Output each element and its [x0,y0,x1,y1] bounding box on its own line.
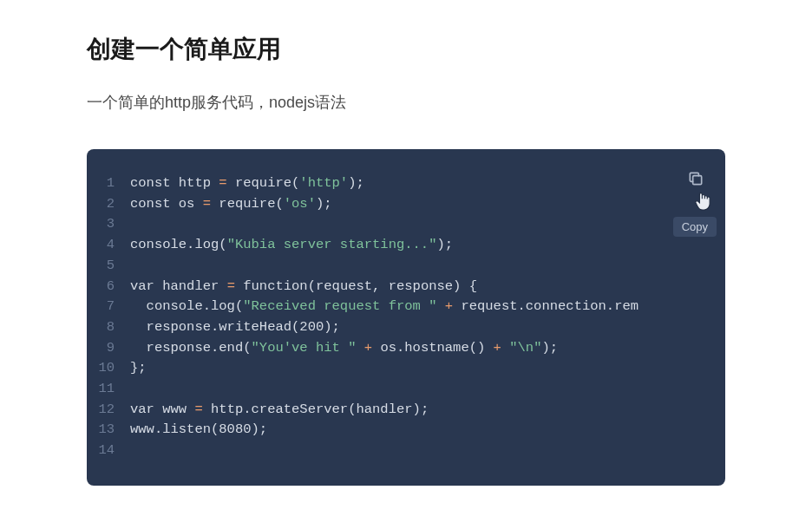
code-line: 2const os = require('os'); [87,194,725,215]
line-content: const os = require('os'); [130,194,725,215]
code-line: 14 [87,441,725,461]
code-block: 1const http = require('http');2const os … [87,149,725,486]
page-description: 一个简单的http服务代码，nodejs语法 [87,92,725,113]
line-content: response.end("You've hit " + os.hostname… [130,338,725,359]
line-content: console.log("Received request from " + r… [130,297,725,317]
code-line: 8 response.writeHead(200); [87,317,725,338]
line-number: 12 [87,400,130,421]
line-content [130,379,725,400]
line-content: }; [130,358,725,379]
copy-tooltip: Copy [673,217,717,237]
copy-icon [687,175,704,190]
line-number: 6 [87,277,130,297]
line-content: console.log("Kubia server starting..."); [130,235,725,256]
code-line: 10}; [87,358,725,379]
code-line: 1const http = require('http'); [87,173,725,194]
code-line: 5 [87,256,725,277]
code-line: 4console.log("Kubia server starting...")… [87,235,725,256]
cursor-pointer-icon [694,191,713,212]
copy-wrap [687,170,704,187]
line-number: 3 [87,214,130,235]
line-content [130,214,725,235]
line-content: var www = http.createServer(handler); [130,400,725,421]
code-line: 3 [87,214,725,235]
line-content: response.writeHead(200); [130,317,725,338]
code-line: 11 [87,379,725,400]
code-content: 1const http = require('http');2const os … [87,173,725,461]
line-content [130,441,725,461]
line-number: 9 [87,338,130,359]
line-number: 1 [87,173,130,194]
line-content: const http = require('http'); [130,173,725,194]
line-number: 5 [87,256,130,277]
copy-button[interactable] [687,170,704,187]
page-heading: 创建一个简单应用 [87,33,725,66]
line-number: 2 [87,194,130,215]
code-line: 7 console.log("Received request from " +… [87,297,725,317]
line-number: 10 [87,358,130,379]
code-line: 12var www = http.createServer(handler); [87,400,725,421]
code-line: 9 response.end("You've hit " + os.hostna… [87,338,725,359]
line-number: 4 [87,235,130,256]
line-number: 11 [87,379,130,400]
line-number: 13 [87,420,130,441]
line-number: 8 [87,317,130,338]
line-content: www.listen(8080); [130,420,725,441]
content-container: 创建一个简单应用 一个简单的http服务代码，nodejs语法 1const h… [0,0,812,486]
code-line: 13www.listen(8080); [87,420,725,441]
line-content: var handler = function(request, response… [130,277,725,297]
line-number: 7 [87,297,130,317]
line-content [130,256,725,277]
svg-rect-0 [693,176,702,185]
code-line: 6var handler = function(request, respons… [87,277,725,297]
line-number: 14 [87,441,130,461]
